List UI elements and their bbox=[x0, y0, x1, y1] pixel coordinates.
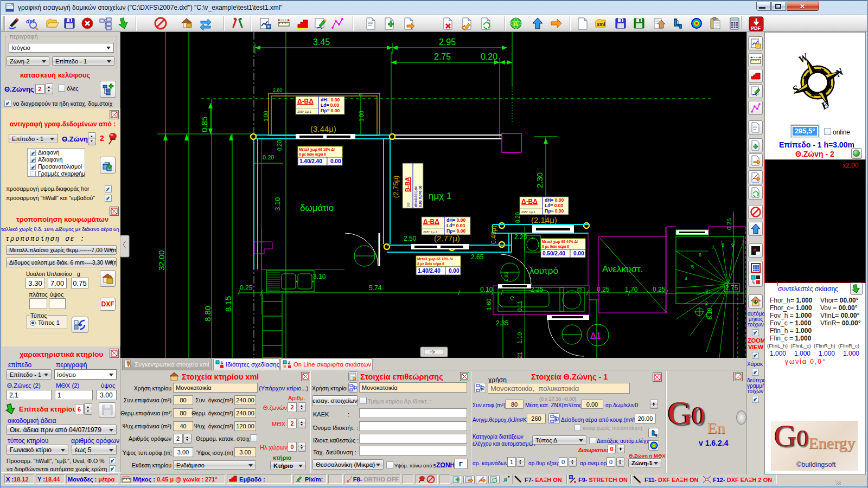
svg-text:1.40/2.40: 1.40/2.40 bbox=[299, 158, 322, 164]
svg-text:2.75: 2.75 bbox=[434, 52, 451, 61]
svg-text:Πρ= 0.00: Πρ= 0.00 bbox=[545, 208, 564, 214]
svg-text:1.00: 1.00 bbox=[359, 111, 365, 121]
svg-text:E: E bbox=[819, 99, 831, 112]
svg-text:8.15: 8.15 bbox=[224, 296, 233, 312]
svg-text:3: 3 bbox=[705, 288, 708, 294]
svg-text:(2.77μ): (2.77μ) bbox=[434, 234, 460, 243]
svg-text:2: 2 bbox=[705, 300, 708, 306]
svg-text:Δ-ΒΔ: Δ-ΒΔ bbox=[423, 218, 439, 226]
svg-text:0.25: 0.25 bbox=[653, 286, 666, 293]
svg-text:0.20: 0.20 bbox=[515, 212, 521, 223]
svg-text:0.25: 0.25 bbox=[597, 286, 610, 293]
svg-text:295° 1μ.1: 295° 1μ.1 bbox=[521, 210, 536, 214]
svg-text:N: N bbox=[833, 66, 846, 80]
svg-text:0.50/2.40: 0.50/2.40 bbox=[542, 251, 565, 256]
svg-text:δ με διάκ υέρα 6: δ με διάκ υέρα 6 bbox=[542, 245, 569, 249]
svg-text:0.00: 0.00 bbox=[449, 268, 459, 274]
svg-text:5: 5 bbox=[691, 264, 694, 269]
svg-text:B-ΒΑ: B-ΒΑ bbox=[404, 177, 411, 192]
svg-text:Ld= 0.00: Ld= 0.00 bbox=[545, 203, 564, 208]
svg-text:Μεταλ χωρ θδ 18% Δί: Μεταλ χωρ θδ 18% Δί bbox=[299, 147, 335, 152]
svg-text:0.25: 0.25 bbox=[726, 219, 732, 230]
svg-text:A: A bbox=[513, 20, 518, 28]
svg-text:δ με διάκ υέρα 6: δ με διάκ υέρα 6 bbox=[417, 262, 444, 266]
svg-text:0.20: 0.20 bbox=[481, 52, 497, 61]
svg-text:2.95: 2.95 bbox=[439, 37, 456, 47]
svg-text:8: 8 bbox=[722, 242, 724, 248]
svg-text:5.74: 5.74 bbox=[369, 284, 382, 292]
svg-text:1.70: 1.70 bbox=[625, 286, 638, 293]
svg-text:4: 4 bbox=[685, 276, 687, 281]
svg-text:2.80: 2.80 bbox=[273, 87, 283, 93]
svg-text:PDF: PDF bbox=[751, 25, 761, 31]
svg-text:ημχ 1: ημχ 1 bbox=[429, 191, 451, 201]
svg-text:xml: xml bbox=[597, 22, 605, 27]
svg-text:δ με διάκ υέρα 6: δ με διάκ υέρα 6 bbox=[299, 152, 326, 157]
svg-text:0.25: 0.25 bbox=[240, 284, 253, 292]
svg-text:1.00: 1.00 bbox=[263, 111, 269, 121]
svg-text:(2.14μ): (2.14μ) bbox=[531, 215, 557, 224]
svg-text:dH= 0.00: dH= 0.00 bbox=[321, 97, 340, 102]
svg-text:Πρ= 0.00: Πρ= 0.00 bbox=[446, 228, 466, 234]
svg-text:2.65: 2.65 bbox=[471, 253, 484, 261]
svg-text:Ld= 0.00: Ld= 0.00 bbox=[321, 102, 340, 108]
svg-text:1.10: 1.10 bbox=[516, 332, 523, 344]
svg-text:0.10: 0.10 bbox=[480, 286, 493, 293]
svg-text:32.00: 32.00 bbox=[157, 250, 166, 271]
svg-text:8.80: 8.80 bbox=[203, 306, 212, 322]
svg-text:0.20: 0.20 bbox=[263, 154, 274, 160]
svg-text:(2.75μ): (2.75μ) bbox=[392, 176, 400, 198]
svg-text:.21: .21 bbox=[516, 352, 523, 358]
svg-text:dH= 0.00: dH= 0.00 bbox=[545, 197, 564, 203]
svg-text:0.00 Πρ=0.00: 0.00 Πρ=0.00 bbox=[418, 185, 423, 207]
svg-text:0.00: 0.00 bbox=[573, 251, 584, 256]
svg-text:295°: 295° bbox=[407, 202, 410, 207]
svg-text:0.11: 0.11 bbox=[516, 300, 523, 312]
svg-text:295° 1μ.1: 295° 1μ.1 bbox=[297, 110, 312, 113]
svg-text:1.05: 1.05 bbox=[503, 272, 509, 281]
svg-text:0.85: 0.85 bbox=[200, 117, 209, 132]
svg-text:2.25: 2.25 bbox=[531, 286, 544, 293]
svg-text:2.30: 2.30 bbox=[535, 172, 544, 188]
svg-text:Ανελκυστ.: Ανελκυστ. bbox=[602, 264, 643, 274]
svg-text:Μεταλ χωρ θδ 18% Δί: Μεταλ χωρ θδ 18% Δί bbox=[417, 257, 453, 261]
svg-text:δωμάτιο: δωμάτιο bbox=[300, 203, 334, 213]
svg-text:Δ-ΒΔ: Δ-ΒΔ bbox=[521, 198, 538, 206]
svg-text:2.50: 2.50 bbox=[404, 235, 417, 242]
svg-text:dH=0.00 Ld=: dH=0.00 Ld= bbox=[414, 186, 418, 207]
svg-text:3.45: 3.45 bbox=[313, 37, 330, 47]
svg-text:0.20: 0.20 bbox=[277, 140, 283, 151]
svg-text:1.40/2.40: 1.40/2.40 bbox=[418, 268, 441, 274]
svg-text:6: 6 bbox=[699, 252, 701, 258]
svg-text:Δ1: Δ1 bbox=[590, 331, 601, 341]
svg-text:3.10: 3.10 bbox=[313, 273, 326, 280]
svg-text:3.10: 3.10 bbox=[273, 197, 282, 211]
svg-text:(0.45μ): (0.45μ) bbox=[490, 226, 497, 246]
svg-text:Πρ= 0.00: Πρ= 0.00 bbox=[321, 108, 340, 113]
svg-text:2.35: 2.35 bbox=[496, 319, 509, 327]
svg-text:Ld= 0.00: Ld= 0.00 bbox=[446, 223, 465, 228]
svg-text:2.25: 2.25 bbox=[514, 233, 527, 241]
svg-text:λουτρό: λουτρό bbox=[529, 266, 558, 276]
svg-text:Δ-ΒΔ: Δ-ΒΔ bbox=[297, 98, 314, 105]
svg-text:dH= 0.00: dH= 0.00 bbox=[446, 217, 465, 223]
svg-text:1.60: 1.60 bbox=[486, 299, 492, 310]
svg-text:Μεταλ χωρ θδ 44% Δί: Μεταλ χωρ θδ 44% Δί bbox=[542, 240, 578, 244]
svg-text:7: 7 bbox=[712, 245, 714, 250]
svg-text:0.00: 0.00 bbox=[330, 158, 341, 164]
svg-text:(3.44μ): (3.44μ) bbox=[310, 124, 336, 133]
